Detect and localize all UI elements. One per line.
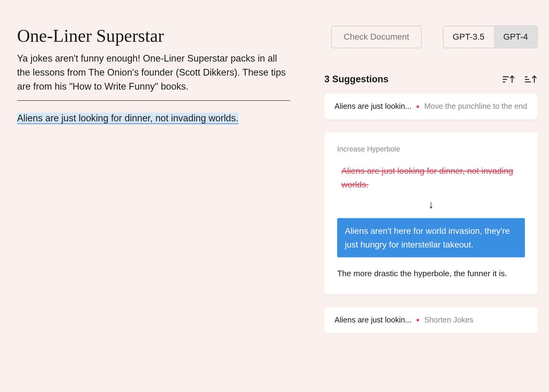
suggestion-preview-text: Aliens are just lookin... [335,315,412,324]
dot-separator-icon [417,105,419,108]
editor-content[interactable]: Aliens are just looking for dinner, not … [17,111,290,125]
suggestions-header: 3 Suggestions [324,74,538,85]
suggestion-card-expanded[interactable]: Increase Hyperbole Aliens are just looki… [324,132,538,294]
suggestion-label: Move the punchline to the end [424,102,528,111]
suggestions-count: 3 Suggestions [324,74,389,85]
suggestion-label: Shorten Jokes [424,315,528,324]
suggestion-preview-text: Aliens are just lookin... [335,102,412,111]
top-controls: Check Document GPT-3.5 GPT-4 [324,26,538,48]
model-toggle: GPT-3.5 GPT-4 [443,26,538,48]
suggestion-card-collapsed[interactable]: Aliens are just lookin... Shorten Jokes [324,307,538,333]
rewritten-text: Aliens aren't here for world invasion, t… [337,218,525,257]
sort-asc-icon[interactable] [502,74,515,85]
arrow-down-icon: ↓ [337,198,525,211]
suggestion-type-label: Increase Hyperbole [337,145,525,154]
highlighted-sentence[interactable]: Aliens are just looking for dinner, not … [17,113,238,124]
sort-controls [502,74,538,85]
model-option-gpt4[interactable]: GPT-4 [494,26,537,48]
dot-separator-icon [417,319,419,321]
page-title: One-Liner Superstar [17,26,290,46]
explanation-text: The more drastic the hyperbole, the funn… [337,268,525,280]
suggestion-card-collapsed[interactable]: Aliens are just lookin... Move the punch… [324,94,538,119]
sort-desc-icon[interactable] [524,74,538,85]
page-description: Ya jokes aren't funny enough! One-Liner … [17,51,290,94]
divider [17,100,290,101]
suggestions-panel: Check Document GPT-3.5 GPT-4 3 Suggestio… [324,26,538,346]
check-document-button[interactable]: Check Document [331,26,422,48]
original-text: Aliens are just looking for dinner, not … [337,164,525,191]
editor-panel: One-Liner Superstar Ya jokes aren't funn… [17,26,290,346]
model-option-gpt35[interactable]: GPT-3.5 [443,26,494,48]
